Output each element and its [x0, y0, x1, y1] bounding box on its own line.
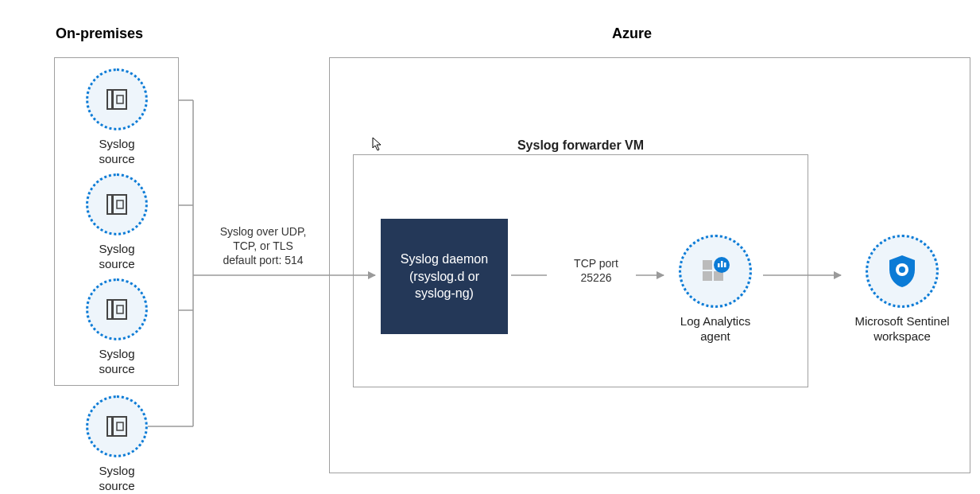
daemon-to-agent-label: TCP port25226: [556, 256, 636, 285]
syslog-source-label: Syslog source: [85, 242, 149, 272]
syslog-daemon-label: Syslog daemon (rsyslog.d or syslog-ng): [401, 251, 488, 302]
forwarder-vm-title: Syslog forwarder VM: [353, 138, 808, 154]
svg-rect-2: [117, 95, 123, 103]
azure-title: Azure: [612, 25, 652, 42]
log-analytics-icon: [679, 235, 752, 308]
server-icon: [86, 278, 148, 340]
server-icon: [86, 173, 148, 235]
svg-rect-4: [111, 195, 114, 214]
sentinel-icon: [866, 235, 939, 308]
svg-rect-12: [703, 271, 712, 281]
svg-rect-14: [703, 260, 712, 270]
syslog-source-3: Syslog source: [85, 278, 149, 377]
server-icon: [86, 395, 148, 457]
svg-rect-18: [724, 263, 726, 267]
syslog-source-4: Syslog source: [85, 395, 149, 494]
syslog-daemon-box: Syslog daemon (rsyslog.d or syslog-ng): [381, 219, 508, 334]
svg-rect-1: [111, 90, 114, 109]
log-analytics-agent: Log Analytics agent: [668, 235, 763, 344]
sentinel-workspace: Microsoft Sentinel workspace: [846, 235, 958, 344]
svg-rect-11: [117, 422, 123, 430]
onprem-to-azure-label: Syslog over UDP,TCP, or TLSdefault port:…: [203, 224, 323, 268]
syslog-source-label: Syslog source: [85, 137, 149, 167]
syslog-source-label: Syslog source: [85, 347, 149, 377]
syslog-source-2: Syslog source: [85, 173, 149, 272]
svg-rect-5: [117, 200, 123, 208]
server-icon: [86, 68, 148, 130]
svg-rect-16: [718, 263, 720, 267]
sentinel-workspace-label: Microsoft Sentinel workspace: [846, 314, 958, 344]
onprem-title: On-premises: [56, 25, 143, 42]
log-analytics-agent-label: Log Analytics agent: [668, 314, 763, 344]
syslog-source-label: Syslog source: [85, 464, 149, 494]
svg-rect-8: [117, 305, 123, 313]
syslog-source-1: Syslog source: [85, 68, 149, 167]
svg-rect-17: [721, 261, 723, 267]
cursor-icon: [372, 137, 383, 154]
svg-rect-10: [111, 417, 114, 436]
svg-rect-7: [111, 300, 114, 319]
svg-point-20: [899, 266, 905, 273]
